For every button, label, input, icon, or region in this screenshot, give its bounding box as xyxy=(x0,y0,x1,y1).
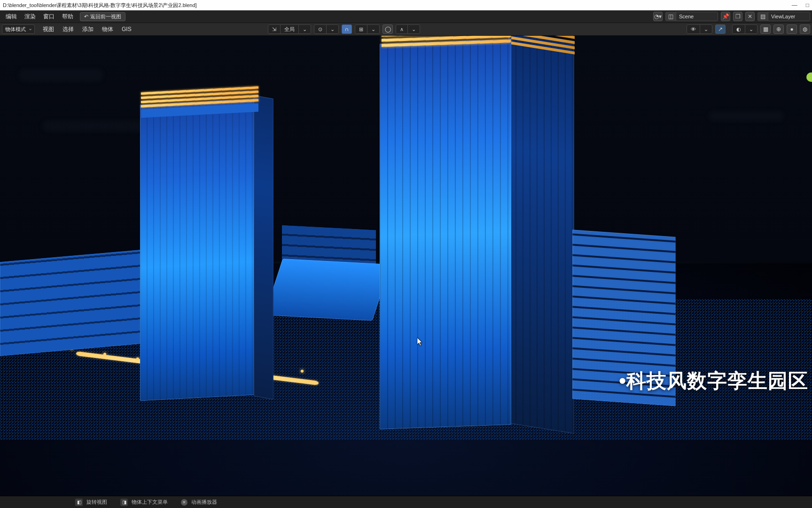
overlays-icon: ◐ xyxy=(736,26,741,32)
chevron-down-icon: ⌄ xyxy=(749,26,753,32)
gizmo-toggle-button[interactable]: ↗ xyxy=(715,24,726,34)
layers-icon: ▤ xyxy=(760,13,765,20)
delete-scene-button[interactable]: ✕ xyxy=(745,12,755,21)
visibility-filter-dropdown[interactable]: 👁 ⌄ xyxy=(687,24,712,34)
pin-icon: 📌 xyxy=(722,13,729,20)
video-caption-overlay: •科技风数字孪生园区 xyxy=(619,368,808,394)
menu-help[interactable]: 帮助 xyxy=(58,10,77,23)
cloud-decoration xyxy=(19,69,103,82)
grid-snap-icon: ⊞ xyxy=(359,26,363,32)
menu-bar: 编辑 渲染 窗口 帮助 ↶ 返回前一视图 ◔▾ ◫ 📌 ❐ ✕ ▤ xyxy=(0,10,812,23)
close-icon: ✕ xyxy=(748,13,752,20)
chevron-down-icon: ⌄ xyxy=(371,26,375,32)
falloff-icon: ∧ xyxy=(400,26,404,32)
back-to-previous-view-button[interactable]: ↶ 返回前一视图 xyxy=(80,12,125,21)
back-button-label: 返回前一视图 xyxy=(90,13,121,20)
menu-select[interactable]: 选择 xyxy=(58,25,78,33)
menu-render[interactable]: 渲染 xyxy=(21,10,39,23)
mouse-middle-icon: ◧ xyxy=(75,499,83,506)
back-arrow-icon: ↶ xyxy=(84,14,88,20)
menu-view[interactable]: 视图 xyxy=(39,25,58,33)
window-title-path: D:\blender_tool\blender课程素材\3期\科技风格-数字孪生… xyxy=(3,2,197,9)
cloud-decoration xyxy=(42,120,146,132)
axis-icon: ⇲ xyxy=(272,26,276,32)
scene-field[interactable]: ◫ xyxy=(665,12,718,21)
viewlayer-name-input[interactable] xyxy=(768,14,810,19)
chevron-down-icon: ⌄ xyxy=(303,26,307,32)
close-circle-icon: ✕ xyxy=(181,499,187,506)
scene-icon: ◫ xyxy=(668,13,673,20)
material-preview-icon: ◍ xyxy=(803,26,807,32)
snap-toggle-button[interactable]: ∩ xyxy=(342,24,352,34)
chevron-down-icon: ⌄ xyxy=(412,26,416,32)
transform-orientation-label: 全局 xyxy=(281,25,299,33)
snap-element-dropdown[interactable]: ⊞ ⌄ xyxy=(355,24,380,34)
status-rotate-label: 旋转视图 xyxy=(86,499,107,506)
proportional-falloff-dropdown[interactable]: ∧ ⌄ xyxy=(396,24,420,34)
copy-icon: ❐ xyxy=(735,13,741,20)
chevron-down-icon: ⌄ xyxy=(704,26,708,32)
wireframe-icon: ⊕ xyxy=(776,26,781,32)
pivot-icon: ⊙ xyxy=(318,26,322,32)
menu-window[interactable]: 窗口 xyxy=(39,10,58,23)
viewport-header: 物体模式 视图 选择 添加 物体 GIS ⇲ 全局 ⌄ ⊙ ⌄ ∩ ⊞ ⌄ ◯ … xyxy=(0,23,812,36)
mouse-cursor-icon xyxy=(417,338,423,346)
overlays-dropdown[interactable]: ◐ ⌄ xyxy=(732,24,757,34)
status-bar: ◧ 旋转视图 ◨ 物体上下文菜单 ✕ 动画播放器 xyxy=(0,496,812,508)
platform-roof xyxy=(265,259,391,321)
menu-gis[interactable]: GIS xyxy=(117,26,136,32)
eye-icon: 👁 xyxy=(691,26,696,32)
scene-name-input[interactable] xyxy=(676,14,718,19)
menu-add[interactable]: 添加 xyxy=(78,25,98,33)
status-player-label: 动画播放器 xyxy=(191,499,217,506)
caption-text: •科技风数字孪生园区 xyxy=(619,368,808,394)
cloud-decoration xyxy=(709,111,784,121)
window-controls: — □ xyxy=(792,2,809,8)
proportional-icon: ◯ xyxy=(385,26,391,32)
transform-orientation-dropdown[interactable]: ⇲ 全局 ⌄ xyxy=(268,24,311,34)
status-rotate-view: ◧ 旋转视图 xyxy=(75,499,107,506)
pivot-point-dropdown[interactable]: ⊙ ⌄ xyxy=(314,24,339,34)
3d-viewport[interactable]: •科技风数字孪生园区 xyxy=(0,36,812,508)
mouse-right-icon: ◨ xyxy=(120,499,128,506)
pin-scene-button[interactable]: 📌 xyxy=(721,12,730,21)
chevron-down-icon: ⌄ xyxy=(330,26,335,32)
viewlayer-field[interactable]: ▤ xyxy=(757,12,810,21)
solid-shading-icon: ● xyxy=(790,26,793,32)
status-context-menu: ◨ 物体上下文菜单 xyxy=(120,499,168,506)
menu-edit[interactable]: 编辑 xyxy=(2,10,21,23)
low-building-left xyxy=(0,250,141,356)
window-minimize-button[interactable]: — xyxy=(792,2,797,8)
xray-icon: ▦ xyxy=(763,26,768,32)
menu-object[interactable]: 物体 xyxy=(98,25,117,33)
shading-wireframe-button[interactable]: ⊕ xyxy=(773,24,784,34)
window-titlebar: D:\blender_tool\blender课程素材\3期\科技风格-数字孪生… xyxy=(0,0,812,10)
window-maximize-button[interactable]: □ xyxy=(806,2,809,8)
interaction-mode-dropdown[interactable]: 物体模式 xyxy=(2,24,35,34)
workspace-extras-dropdown[interactable]: ◔▾ xyxy=(653,12,663,21)
status-context-label: 物体上下文菜单 xyxy=(132,499,168,506)
gizmo-icon: ↗ xyxy=(718,26,723,32)
camera-shutter-icon: ◔▾ xyxy=(654,13,662,20)
proportional-edit-toggle[interactable]: ◯ xyxy=(383,24,393,34)
shading-matprev-button[interactable]: ◍ xyxy=(800,24,810,34)
shading-solid-button[interactable]: ● xyxy=(787,24,797,34)
interaction-mode-label: 物体模式 xyxy=(5,26,26,33)
new-scene-button[interactable]: ❐ xyxy=(733,12,742,21)
status-animation-player: ✕ 动画播放器 xyxy=(181,499,217,506)
xray-toggle-button[interactable]: ▦ xyxy=(760,24,771,34)
magnet-icon: ∩ xyxy=(345,26,349,32)
